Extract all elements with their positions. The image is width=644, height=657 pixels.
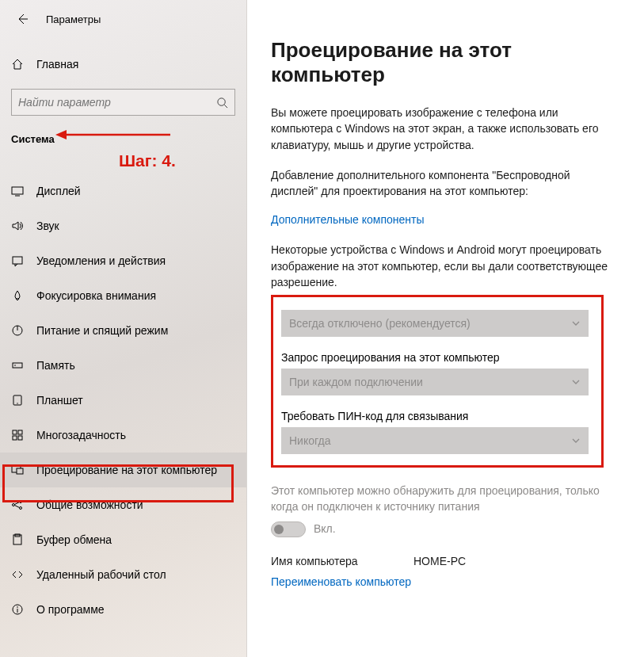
category-label: Система [0, 127, 246, 150]
sidebar-item-notifications[interactable]: Уведомления и действия [0, 243, 246, 278]
home-label: Главная [36, 58, 78, 71]
sidebar-item-label: Память [36, 359, 75, 372]
main-content: Проецирование на этот компьютер Вы может… [247, 0, 644, 657]
chevron-down-icon [571, 436, 581, 445]
remote-icon [11, 568, 29, 581]
annotation-step-label: Шаг: 4. [119, 151, 176, 170]
shared-icon [11, 498, 29, 511]
dropdown-value: Всегда отключено (рекомендуется) [289, 317, 471, 330]
window-title: Параметры [46, 13, 101, 25]
svg-line-23 [15, 502, 20, 505]
dropdown-pin[interactable]: Никогда [281, 427, 589, 454]
sidebar-item-label: Буфер обмена [36, 533, 112, 546]
sidebar-item-label: Многозадачность [36, 429, 126, 441]
sidebar-item-sound[interactable]: Звук [0, 208, 246, 243]
addon-text: Добавление дополнительного компонента "Б… [271, 167, 612, 200]
sidebar-item-about[interactable]: О программе [0, 592, 246, 627]
rename-link[interactable]: Переименовать компьютер [271, 575, 620, 588]
sidebar-item-display[interactable]: Дисплей [0, 174, 246, 208]
back-icon[interactable] [11, 8, 33, 30]
sidebar-item-label: Планшет [36, 394, 83, 407]
dropdown-ask[interactable]: При каждом подключении [281, 369, 589, 395]
svg-rect-5 [12, 187, 23, 194]
chevron-down-icon [571, 377, 581, 387]
svg-point-28 [17, 606, 18, 608]
sidebar-item-focus[interactable]: Фокусировка внимания [0, 278, 246, 313]
sidebar-item-label: Уведомления и действия [36, 254, 166, 267]
sidebar-item-label: Удаленный рабочий стол [36, 568, 166, 581]
notifications-icon [11, 254, 29, 267]
svg-rect-7 [13, 257, 22, 264]
svg-line-2 [224, 105, 227, 108]
intro-text: Вы можете проецировать изображение с тел… [271, 105, 612, 153]
annotation-highlight-main: Всегда отключено (рекомендуется) Запрос … [271, 295, 604, 468]
search-field[interactable] [18, 96, 216, 109]
sidebar-item-storage[interactable]: Память [0, 348, 246, 383]
sidebar-item-label: Питание и спящий режим [36, 324, 168, 337]
power-note: Этот компьютер можно обнаружить для прое… [271, 483, 612, 514]
dropdown-pin-label: Требовать ПИН-код для связывания [281, 410, 593, 422]
display-icon [11, 185, 29, 197]
projecting-icon [11, 464, 29, 476]
tablet-icon [11, 394, 29, 407]
pc-name-row: Имя компьютера HOME-PC [271, 555, 620, 567]
dropdown-value: Никогда [289, 434, 330, 447]
sidebar: Параметры Главная Система Шаг: 4. Диспле… [0, 0, 247, 657]
sidebar-item-shared[interactable]: Общие возможности [0, 487, 246, 522]
multitask-icon [11, 429, 29, 441]
dropdown-ask-label: Запрос проецирования на этот компьютер [281, 351, 593, 364]
page-title: Проецирование на этот компьютер [271, 38, 620, 87]
svg-rect-10 [13, 363, 22, 368]
power-icon [11, 324, 29, 337]
svg-point-13 [17, 403, 17, 403]
svg-point-21 [20, 501, 22, 503]
chevron-down-icon [571, 319, 581, 328]
permission-text: Некоторые устройства с Windows и Android… [271, 242, 612, 290]
svg-line-24 [15, 506, 20, 508]
sidebar-item-projecting[interactable]: Проецирование на этот компьютер [0, 453, 246, 487]
nav-list: Дисплей Звук Уведомления и действия Фоку… [0, 174, 246, 627]
addon-link[interactable]: Дополнительные компоненты [271, 213, 620, 226]
toggle-label: Вкл. [314, 521, 336, 537]
sidebar-item-label: Общие возможности [36, 498, 143, 511]
search-input[interactable] [11, 89, 235, 116]
svg-point-20 [13, 504, 15, 506]
svg-rect-16 [13, 436, 17, 440]
sound-icon [11, 220, 29, 232]
svg-point-22 [20, 507, 22, 510]
focus-icon [11, 289, 29, 302]
svg-rect-17 [18, 436, 22, 440]
svg-rect-19 [17, 468, 23, 474]
sidebar-item-label: Фокусировка внимания [36, 289, 156, 302]
clipboard-icon [11, 533, 29, 546]
sidebar-item-multitask[interactable]: Многозадачность [0, 418, 246, 453]
sidebar-item-remote[interactable]: Удаленный рабочий стол [0, 557, 246, 592]
dropdown-availability[interactable]: Всегда отключено (рекомендуется) [281, 310, 589, 337]
sidebar-item-tablet[interactable]: Планшет [0, 383, 246, 418]
home-icon [11, 58, 29, 71]
storage-icon [11, 359, 29, 372]
about-icon [11, 603, 29, 616]
sidebar-item-power[interactable]: Питание и спящий режим [0, 313, 246, 348]
toggle-row: Вкл. [271, 521, 620, 537]
sidebar-item-label: Дисплей [36, 185, 81, 197]
toggle-knob [274, 525, 284, 534]
pc-name-label: Имя компьютера [271, 555, 413, 567]
window-header: Параметры [0, 0, 246, 38]
sidebar-item-clipboard[interactable]: Буфер обмена [0, 522, 246, 557]
svg-rect-15 [18, 430, 22, 434]
sidebar-item-label: Звук [36, 220, 59, 232]
sidebar-item-label: О программе [36, 603, 105, 616]
home-nav[interactable]: Главная [0, 48, 246, 81]
pc-name-value: HOME-PC [413, 555, 466, 567]
svg-point-11 [14, 365, 16, 366]
dropdown-value: При каждом подключении [289, 376, 423, 388]
power-toggle[interactable] [271, 521, 306, 537]
search-icon [216, 97, 228, 109]
svg-point-1 [218, 97, 225, 105]
sidebar-item-label: Проецирование на этот компьютер [36, 464, 217, 476]
svg-rect-14 [13, 430, 17, 434]
